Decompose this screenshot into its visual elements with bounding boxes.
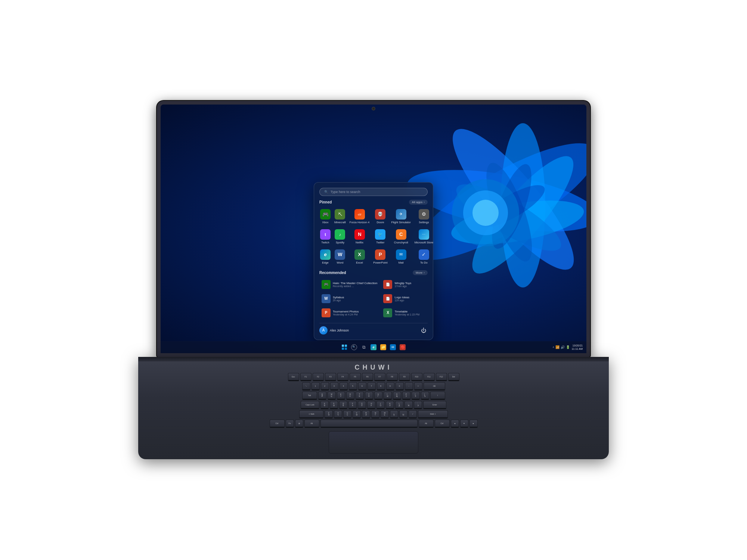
key-shift-left[interactable]: ⇧ Shift <box>299 410 323 419</box>
key-f4[interactable]: F4 <box>337 373 348 381</box>
all-apps-button[interactable]: All apps › <box>409 200 428 205</box>
key-0[interactable]: 0 <box>396 382 404 391</box>
key-f9[interactable]: F9 <box>399 373 410 381</box>
key-j[interactable]: JО <box>376 401 385 409</box>
key-g[interactable]: GП <box>358 401 366 409</box>
key-m[interactable]: MЬ <box>381 410 389 419</box>
key-alt-right[interactable]: Alt <box>419 420 434 428</box>
app-minecraft[interactable]: ⛏ Minecraft <box>334 208 347 225</box>
key-f1[interactable]: F1 <box>300 373 311 381</box>
key-u[interactable]: UГ <box>374 392 382 400</box>
key-enter[interactable]: Enter <box>423 401 446 409</box>
key-p[interactable]: PЗ <box>402 392 410 400</box>
key-fn[interactable]: Fn <box>286 420 294 428</box>
key-3[interactable]: 3 <box>330 382 338 391</box>
rec-halo[interactable]: 🎮 Halo: The Master Chief Collection Rece… <box>319 278 379 291</box>
key-f5[interactable]: F5 <box>350 373 361 381</box>
key-period[interactable]: .Ю <box>399 410 407 419</box>
taskbar-mail-button[interactable]: ✉ <box>389 343 397 351</box>
key-5[interactable]: 5 <box>349 382 357 391</box>
key-bracket-r[interactable]: ]Ъ <box>421 392 429 400</box>
key-b[interactable]: BИ <box>362 410 370 419</box>
key-shift-right[interactable]: Shift ⇧ <box>418 410 448 419</box>
key-f10[interactable]: F10 <box>411 373 422 381</box>
key-k[interactable]: KЛ <box>386 401 394 409</box>
taskbar-start-button[interactable] <box>340 343 348 351</box>
taskbar-taskview-button[interactable]: ⧉ <box>360 343 368 351</box>
key-6[interactable]: 6 <box>358 382 366 391</box>
key-2[interactable]: 2 <box>321 382 329 391</box>
key-f8[interactable]: F8 <box>387 373 398 381</box>
key-capslock[interactable]: Caps Lock <box>301 401 319 409</box>
power-button[interactable]: ⏻ <box>419 326 428 335</box>
taskbar-explorer-button[interactable]: 📁 <box>379 343 387 351</box>
key-f2[interactable]: F2 <box>313 373 324 381</box>
key-backtick[interactable]: `~ <box>302 382 310 391</box>
key-v[interactable]: VМ <box>353 410 361 419</box>
key-backspace[interactable]: ⌫ <box>424 382 445 391</box>
key-i[interactable]: IШ <box>384 392 392 400</box>
app-xbox[interactable]: 🎮 Xbox <box>319 208 331 225</box>
key-backslash[interactable]: \ <box>430 392 445 400</box>
rec-tournament[interactable]: P Tournament Photos Yesterday at 4:24 PM <box>319 307 379 319</box>
key-c[interactable]: CС <box>343 410 351 419</box>
taskbar-chrome-button[interactable]: 🔴 <box>399 343 407 351</box>
key-minus[interactable]: - <box>405 382 413 391</box>
key-ctrl-left[interactable]: Ctrl <box>270 420 285 428</box>
key-f3[interactable]: F3 <box>325 373 336 381</box>
taskbar-edge-button[interactable]: e <box>369 343 378 351</box>
app-twitch[interactable]: t Twitch <box>319 228 331 246</box>
key-bracket-l[interactable]: [Х <box>412 392 420 400</box>
key-t[interactable]: TЕ <box>356 392 364 400</box>
key-n[interactable]: NТ <box>371 410 379 419</box>
app-flightsim[interactable]: ✈ Flight Simulator <box>391 208 412 225</box>
system-tray[interactable]: ∧ 📶 🔊 🔋 <box>552 345 570 349</box>
key-q[interactable]: QЙ <box>318 392 326 400</box>
taskbar-search-button[interactable]: 🔍 <box>350 343 358 351</box>
key-y[interactable]: YН <box>365 392 373 400</box>
app-settings[interactable]: ⚙ Settings <box>414 208 434 225</box>
rec-syllabus[interactable]: W Syllabus 2h ago <box>319 292 379 305</box>
rec-winglip[interactable]: 📄 Winglip Toys 17min ago <box>381 278 428 291</box>
key-a[interactable]: AФ <box>320 401 329 409</box>
app-spotify[interactable]: ♪ Spotify <box>334 228 347 246</box>
app-todo[interactable]: ✓ To Do <box>414 248 434 266</box>
app-excel[interactable]: X Excel <box>349 248 370 266</box>
key-f7[interactable]: F7 <box>374 373 385 381</box>
key-space[interactable] <box>320 420 418 428</box>
key-7[interactable]: 7 <box>368 382 376 391</box>
key-d[interactable]: DВ <box>339 401 347 409</box>
app-twitter[interactable]: 🐦 Twitter <box>372 228 388 246</box>
rec-logo[interactable]: 📄 Logo Ideas 12h ago <box>381 292 428 305</box>
key-9[interactable]: 9 <box>386 382 394 391</box>
app-forza[interactable]: 🏎 Forza Horizon 4 <box>349 208 370 225</box>
key-h[interactable]: HР <box>367 401 375 409</box>
app-msstore[interactable]: ⋯ Microsoft Store <box>414 228 434 246</box>
app-edge[interactable]: e Edge <box>319 248 331 266</box>
key-f[interactable]: FА <box>348 401 357 409</box>
key-esc[interactable]: Esc <box>288 373 299 381</box>
app-powerpoint[interactable]: P PowerPoint <box>372 248 388 266</box>
key-z[interactable]: ZЯ <box>325 410 333 419</box>
key-x[interactable]: XЧ <box>334 410 342 419</box>
key-alt-left[interactable]: Alt <box>304 420 319 428</box>
key-tab[interactable]: Tab <box>302 392 317 400</box>
system-clock[interactable]: 10/20/21 11:11 AM <box>571 344 583 351</box>
key-comma[interactable]: ,Б <box>390 410 398 419</box>
search-bar[interactable]: 🔍 Type here to search <box>319 188 428 196</box>
key-arrow-right[interactable]: ► <box>469 420 478 428</box>
more-button[interactable]: More › <box>413 270 428 275</box>
app-word[interactable]: W Word <box>334 248 347 266</box>
key-f11[interactable]: F11 <box>424 373 435 381</box>
user-info[interactable]: A Alex Johnson <box>319 326 349 335</box>
key-ctrl-right[interactable]: Ctrl <box>435 420 450 428</box>
key-o[interactable]: OЩ <box>393 392 401 400</box>
key-slash[interactable]: / <box>409 410 417 419</box>
key-s[interactable]: SЫ <box>330 401 338 409</box>
key-semicolon[interactable]: ;Ж <box>405 401 413 409</box>
key-e[interactable]: EУ <box>337 392 345 400</box>
app-doom[interactable]: 💀 Doom <box>372 208 388 225</box>
key-arrow-left[interactable]: ◄ <box>451 420 459 428</box>
key-8[interactable]: 8 <box>377 382 385 391</box>
key-arrow-down[interactable]: ▼ <box>460 420 468 428</box>
